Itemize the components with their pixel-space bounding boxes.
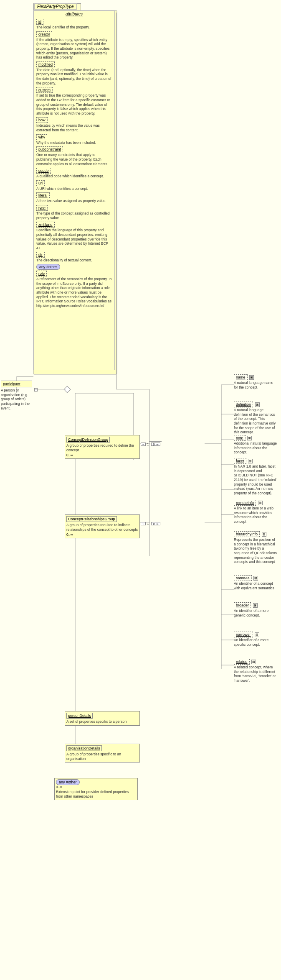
right-note-desc: Additional natural language information … — [234, 441, 278, 455]
right-broader-box: broader — [234, 602, 251, 608]
right-hierarchyinfo: hierarchyInfo ⊞ Represents the position … — [234, 531, 278, 564]
facet-icon: ⊞ — [248, 459, 253, 463]
cdg-range: 0..∞ — [151, 443, 160, 446]
sameas-icon: ⊞ — [253, 576, 258, 581]
attr-modified-desc: The date (and, optionally, the time) whe… — [36, 68, 112, 86]
attr-type-box: type — [36, 205, 48, 211]
right-note-box: note — [234, 435, 246, 441]
attr-uri-desc: A URI which identifies a concept. — [36, 187, 112, 191]
attr-how: how Indicates by which means the value w… — [36, 117, 112, 132]
concept-relationships-group: ConceptRelationshipsGroup A group of pro… — [65, 514, 140, 538]
attributes-panel: attributes id The local identifier of th… — [33, 10, 115, 370]
attr-why-box: why — [36, 134, 47, 140]
horiz-line-participant — [34, 389, 66, 389]
attributes-label: attributes — [34, 11, 114, 17]
attr-creator: creator If the attribute is empty, speci… — [36, 31, 112, 60]
extension-pill: any #other — [56, 779, 80, 785]
right-name-box: name — [234, 374, 248, 380]
right-narrower-box: narrower — [234, 632, 253, 637]
attr-why: why Why the metadata has been included. — [36, 134, 112, 145]
person-details-label: personDetails — [66, 713, 93, 719]
attr-uri-box: uri — [36, 180, 45, 186]
note-icon: ⊞ — [247, 436, 252, 440]
attr-how-box: how — [36, 117, 48, 123]
extension-group: any #other 0..∞ Extension point for prov… — [54, 778, 138, 800]
crg-range: 0..∞ — [151, 522, 160, 525]
attr-id-desc: The local identifier of the property. — [36, 25, 112, 30]
attr-modified-box: modified — [36, 61, 55, 67]
crg-multiplicity-label: 1 — [147, 522, 149, 526]
right-definition: definition ⊞ A natural language definiti… — [234, 402, 278, 435]
horiz-line-right — [116, 389, 149, 389]
right-narrower: narrower ⊞ An identifier of a more speci… — [234, 632, 278, 647]
crg-connector-arrow: → — [141, 522, 146, 525]
attr-literal: literal A free-text value assigned as pr… — [36, 192, 112, 203]
concept-definition-group: ConceptDefinitionGroup A group of proper… — [65, 435, 140, 459]
right-definition-desc: A natural language definition of the sem… — [234, 408, 278, 435]
attr-xmllang: xml:lang Specifies the language of this … — [36, 222, 112, 250]
broader-icon: ⊞ — [253, 603, 258, 608]
org-details-desc: A group of properties specific to an org… — [66, 752, 138, 761]
right-related-desc: A related concept, where the relationshi… — [234, 665, 278, 683]
remoteinfo-icon: ⊞ — [258, 501, 263, 505]
title-bar: FlextPartyPropType — [34, 3, 77, 10]
attr-literal-desc: A free-text value assigned as property v… — [36, 199, 112, 203]
organisation-details-group: organisationDetails A group of propertie… — [65, 744, 140, 763]
right-remoteinfo: remoteInfo ⊞ A link to an item or a web … — [234, 500, 278, 524]
hierarchyinfo-icon: ⊞ — [262, 532, 266, 537]
name-icon: ⊞ — [249, 375, 254, 380]
right-sameas-box: sameAs — [234, 575, 252, 581]
right-broader: broader ⊞ An identifier of a more generi… — [234, 602, 278, 617]
diamond-connector-1 — [64, 386, 71, 393]
right-related-box: related — [234, 659, 250, 665]
cdg-multiplicity-label: 1 — [147, 443, 149, 446]
right-vertical-line — [149, 389, 149, 556]
right-hierarchyinfo-box: hierarchyInfo — [234, 531, 260, 537]
right-name-desc: A natural language name for the concept. — [234, 381, 278, 389]
attr-id: id The local identifier of the property. — [36, 19, 112, 30]
right-remoteinfo-box: remoteInfo — [234, 500, 256, 506]
attr-dir-desc: The directionality of textual content. — [36, 258, 112, 263]
right-remoteinfo-desc: A link to an item or a web resource whic… — [234, 506, 278, 524]
attr-why-desc: Why the metadata has been included. — [36, 141, 112, 145]
attr-type-desc: The type of the concept assigned as cont… — [36, 211, 112, 220]
attr-uri: uri A URI which identifies a concept. — [36, 180, 112, 191]
related-icon: ⊞ — [251, 660, 256, 664]
participant-desc: A person or organisation (e.g. group of … — [1, 388, 32, 410]
any-other-pill: any #other — [36, 264, 60, 270]
attr-pubconstraint: pubconstraint One or many constraints th… — [36, 146, 112, 166]
right-note: note ⊞ Additional natural language infor… — [234, 435, 278, 455]
person-details-group: personDetails A set of properties specif… — [65, 711, 140, 726]
definition-icon: ⊞ — [255, 402, 260, 407]
right-facet-box: facet — [234, 458, 246, 464]
any-other-container: any #other — [36, 264, 112, 269]
extension-multiplicity: 0..∞ — [56, 785, 136, 789]
right-narrower-desc: An identifier of a more specific concept… — [234, 638, 278, 647]
attr-qcode-desc: A qualified code which identifies a conc… — [36, 174, 112, 179]
attr-role-box: role — [36, 271, 47, 276]
extension-desc: Extension point for provider-defined pro… — [56, 790, 136, 798]
crg-horiz — [149, 521, 162, 521]
narrower-icon: ⊞ — [255, 632, 259, 637]
main-vertical-line — [116, 13, 116, 389]
attr-dir: dir The directionality of textual conten… — [36, 252, 112, 263]
crg-label: ConceptRelationshipsGroup — [66, 516, 117, 522]
crg-desc: A group of properties required to indica… — [66, 523, 138, 532]
attr-role-desc: A refinement of the semantics of the pro… — [36, 277, 112, 308]
attr-dir-box: dir — [36, 252, 45, 258]
attr-qcode-box: qcode — [36, 168, 51, 174]
right-broader-desc: An identifier of a more generic concept. — [234, 609, 278, 617]
attr-id-box: id — [36, 19, 43, 25]
right-name: name ⊞ A natural language name for the c… — [234, 374, 278, 389]
attr-pubconstraint-box: pubconstraint — [36, 146, 63, 152]
attr-how-desc: Indicates by which means the value was e… — [36, 123, 112, 132]
attr-custom: custom If set to true the corresponding … — [36, 87, 112, 115]
right-sameas: sameAs ⊞ An identifier of a concept with… — [234, 575, 278, 590]
attr-pubconstraint-desc: One or many constraints that apply to pu… — [36, 153, 112, 166]
attr-qcode: qcode A qualified code which identifies … — [36, 168, 112, 179]
attr-creator-desc: If the attribute is empty, specifies whi… — [36, 38, 112, 60]
attr-creator-box: creator — [36, 31, 52, 37]
org-details-label: organisationDetails — [66, 745, 102, 751]
right-sameas-desc: An identifier of a concept with equivale… — [234, 581, 278, 590]
attr-type: type The type of the concept assigned as… — [36, 205, 112, 220]
